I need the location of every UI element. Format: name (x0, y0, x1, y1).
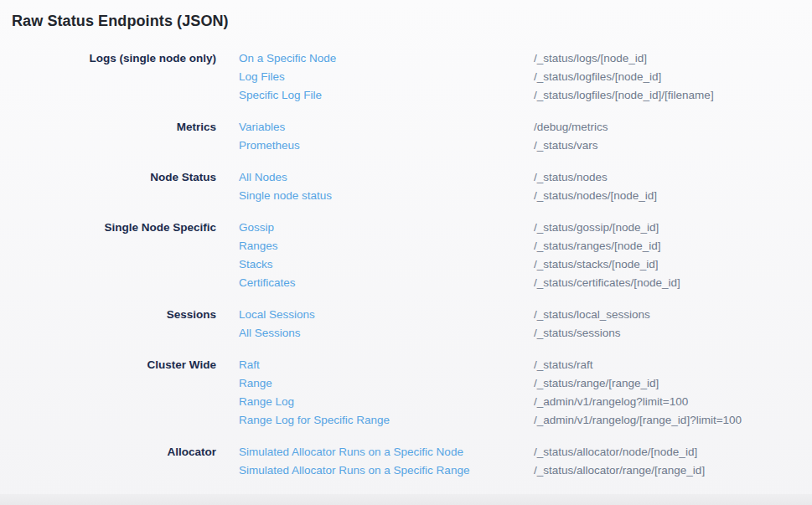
endpoint-path: /_status/vars (534, 137, 812, 155)
endpoint-row: All Sessions/_status/sessions (239, 324, 812, 343)
endpoint-path: /_status/logs/[node_id] (534, 49, 812, 68)
endpoint-row: Single node status/_status/nodes/[node_i… (239, 187, 812, 205)
section-rows: Raft/_status/raftRange/_status/range/[ra… (239, 356, 812, 430)
section-rows: Local Sessions/_status/local_sessionsAll… (239, 306, 812, 343)
endpoint-section: Node StatusAll Nodes/_status/nodesSingle… (0, 168, 812, 205)
endpoint-path: /_admin/v1/rangelog?limit=100 (534, 393, 812, 411)
endpoint-section: Logs (single node only)On a Specific Nod… (0, 49, 812, 105)
page-title: Raw Status Endpoints (JSON) (12, 11, 812, 31)
endpoint-section: SessionsLocal Sessions/_status/local_ses… (0, 306, 812, 343)
endpoint-link[interactable]: Ranges (239, 237, 534, 255)
section-rows: Gossip/_status/gossip/[node_id]Ranges/_s… (239, 219, 812, 292)
endpoint-link[interactable]: All Sessions (239, 324, 534, 343)
endpoint-link[interactable]: Range Log for Specific Range (239, 411, 534, 430)
endpoint-section: Cluster WideRaft/_status/raftRange/_stat… (0, 356, 812, 430)
endpoint-link[interactable]: Simulated Allocator Runs on a Specific N… (239, 443, 534, 461)
endpoint-link[interactable]: Local Sessions (239, 306, 534, 324)
endpoint-row: Range Log for Specific Range/_admin/v1/r… (239, 411, 812, 430)
endpoint-row: Ranges/_status/ranges/[node_id] (239, 237, 812, 255)
category-label: Metrics (0, 118, 216, 137)
endpoint-link[interactable]: Prometheus (239, 137, 534, 155)
endpoint-row: Simulated Allocator Runs on a Specific R… (239, 461, 812, 480)
endpoint-path: /_status/logfiles/[node_id]/[filename] (534, 86, 812, 105)
category-label: Cluster Wide (0, 356, 216, 374)
endpoint-path: /_status/local_sessions (534, 306, 812, 324)
endpoint-link[interactable]: On a Specific Node (239, 49, 534, 68)
endpoint-row: Range/_status/range/[range_id] (239, 374, 812, 393)
endpoint-row: Gossip/_status/gossip/[node_id] (239, 219, 812, 237)
endpoint-row: Range Log/_admin/v1/rangelog?limit=100 (239, 393, 812, 411)
endpoint-link[interactable]: Range Log (239, 393, 534, 411)
category-label: Sessions (0, 306, 216, 324)
endpoint-link[interactable]: Variables (239, 118, 534, 137)
endpoint-path: /_status/sessions (534, 324, 812, 343)
endpoint-row: Simulated Allocator Runs on a Specific N… (239, 443, 812, 461)
endpoint-row: Specific Log File/_status/logfiles/[node… (239, 86, 812, 105)
endpoint-path: /_status/allocator/range/[range_id] (534, 461, 812, 480)
endpoint-row: Variables/debug/metrics (239, 118, 812, 137)
endpoint-path: /_status/certificates/[node_id] (534, 274, 812, 292)
endpoint-path: /_status/nodes (534, 168, 812, 187)
section-rows: All Nodes/_status/nodesSingle node statu… (239, 168, 812, 205)
section-rows: On a Specific Node/_status/logs/[node_id… (239, 49, 812, 105)
endpoint-link[interactable]: Stacks (239, 255, 534, 274)
endpoint-path: /_status/gossip/[node_id] (534, 219, 812, 237)
endpoint-row: Certificates/_status/certificates/[node_… (239, 274, 812, 292)
endpoint-path: /_status/logfiles/[node_id] (534, 68, 812, 86)
category-label: Single Node Specific (0, 219, 216, 237)
endpoint-link[interactable]: Certificates (239, 274, 534, 292)
endpoint-row: All Nodes/_status/nodes (239, 168, 812, 187)
endpoint-row: Stacks/_status/stacks/[node_id] (239, 255, 812, 274)
endpoint-path: /_status/range/[range_id] (534, 374, 812, 393)
endpoint-link[interactable]: Gossip (239, 219, 534, 237)
endpoint-row: Log Files/_status/logfiles/[node_id] (239, 68, 812, 86)
endpoint-path: /_admin/v1/rangelog/[range_id]?limit=100 (534, 411, 812, 430)
category-label: Node Status (0, 168, 216, 187)
endpoint-path: /_status/nodes/[node_id] (534, 187, 812, 205)
endpoint-row: Raft/_status/raft (239, 356, 812, 374)
endpoint-path: /_status/allocator/node/[node_id] (534, 443, 812, 461)
endpoint-section: AllocatorSimulated Allocator Runs on a S… (0, 443, 812, 480)
endpoint-link[interactable]: Raft (239, 356, 534, 374)
section-rows: Variables/debug/metricsPrometheus/_statu… (239, 118, 812, 155)
endpoint-path: /_status/ranges/[node_id] (534, 237, 812, 255)
endpoint-row: Prometheus/_status/vars (239, 137, 812, 155)
bottom-strip (0, 494, 812, 505)
section-rows: Simulated Allocator Runs on a Specific N… (239, 443, 812, 480)
endpoint-row: On a Specific Node/_status/logs/[node_id… (239, 49, 812, 68)
endpoint-path: /debug/metrics (534, 118, 812, 137)
endpoint-link[interactable]: Single node status (239, 187, 534, 205)
category-label: Allocator (0, 443, 216, 461)
category-label: Logs (single node only) (0, 49, 216, 68)
endpoint-link[interactable]: Log Files (239, 68, 534, 86)
endpoint-path: /_status/stacks/[node_id] (534, 255, 812, 274)
endpoint-link[interactable]: Simulated Allocator Runs on a Specific R… (239, 461, 534, 480)
endpoint-path: /_status/raft (534, 356, 812, 374)
endpoint-section: Single Node SpecificGossip/_status/gossi… (0, 219, 812, 292)
endpoint-link[interactable]: Range (239, 374, 534, 393)
endpoint-link[interactable]: All Nodes (239, 168, 534, 187)
endpoints-table: Logs (single node only)On a Specific Nod… (0, 49, 812, 480)
endpoint-row: Local Sessions/_status/local_sessions (239, 306, 812, 324)
endpoint-link[interactable]: Specific Log File (239, 86, 534, 105)
endpoint-section: MetricsVariables/debug/metricsPrometheus… (0, 118, 812, 155)
raw-status-endpoints-page: Raw Status Endpoints (JSON) Logs (single… (0, 0, 812, 505)
